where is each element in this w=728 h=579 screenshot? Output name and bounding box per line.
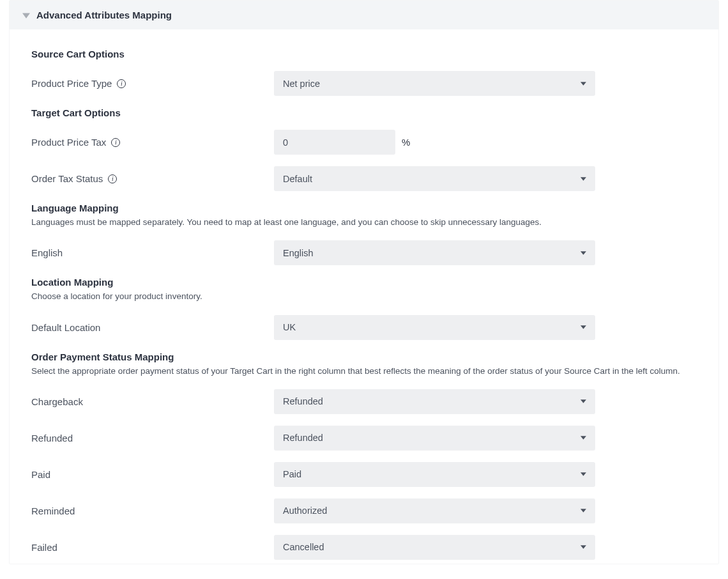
status-select-chargeback[interactable]: Refunded: [274, 389, 595, 414]
language-label: English: [31, 247, 63, 258]
status-row-paid: Paid Paid: [31, 462, 697, 487]
product-price-type-select[interactable]: Net price: [274, 71, 595, 96]
product-price-tax-label: Product Price Tax: [31, 137, 106, 148]
order-tax-status-select[interactable]: Default: [274, 166, 595, 191]
status-label: Paid: [31, 469, 50, 480]
status-label: Refunded: [31, 433, 73, 444]
location-mapping-title: Location Mapping: [31, 277, 697, 288]
info-icon[interactable]: i: [108, 174, 117, 183]
info-icon[interactable]: i: [111, 138, 120, 147]
status-row-reminded: Reminded Authorized: [31, 498, 697, 523]
panel-header[interactable]: Advanced Attributes Mapping: [10, 1, 718, 29]
chevron-down-icon: [22, 12, 30, 19]
status-select-refunded[interactable]: Refunded: [274, 426, 595, 451]
language-select[interactable]: English: [274, 240, 595, 265]
info-icon[interactable]: i: [117, 79, 126, 88]
order-tax-status-row: Order Tax Status i Default: [31, 166, 697, 191]
advanced-attributes-panel: Advanced Attributes Mapping Source Cart …: [9, 0, 719, 564]
order-tax-status-label: Order Tax Status: [31, 173, 103, 184]
default-location-select[interactable]: UK: [274, 315, 595, 340]
product-price-type-row: Product Price Type i Net price: [31, 71, 697, 96]
status-label: Failed: [31, 542, 57, 553]
language-mapping-desc: Languages must be mapped separately. You…: [31, 216, 697, 229]
status-label: Reminded: [31, 506, 75, 516]
percent-label: %: [402, 137, 410, 148]
default-location-row: Default Location UK: [31, 315, 697, 340]
language-mapping-title: Language Mapping: [31, 203, 697, 213]
status-row-refunded: Refunded Refunded: [31, 426, 697, 451]
status-row-chargeback: Chargeback Refunded: [31, 389, 697, 414]
status-select-paid[interactable]: Paid: [274, 462, 595, 487]
status-select-reminded[interactable]: Authorized: [274, 498, 595, 523]
order-payment-status-title: Order Payment Status Mapping: [31, 351, 697, 362]
status-select-failed[interactable]: Cancelled: [274, 535, 595, 560]
panel-title: Advanced Attributes Mapping: [36, 10, 172, 20]
product-price-tax-row: Product Price Tax i %: [31, 130, 697, 155]
default-location-label: Default Location: [31, 322, 100, 333]
target-cart-title: Target Cart Options: [31, 107, 697, 118]
product-price-tax-input[interactable]: [274, 130, 395, 155]
location-mapping-desc: Choose a location for your product inven…: [31, 290, 697, 303]
status-row-failed: Failed Cancelled: [31, 535, 697, 560]
status-label: Chargeback: [31, 396, 83, 407]
order-payment-status-desc: Select the appropriate order payment sta…: [31, 365, 697, 378]
language-mapping-row: English English: [31, 240, 697, 265]
source-cart-title: Source Cart Options: [31, 49, 697, 59]
product-price-type-label: Product Price Type: [31, 78, 112, 89]
